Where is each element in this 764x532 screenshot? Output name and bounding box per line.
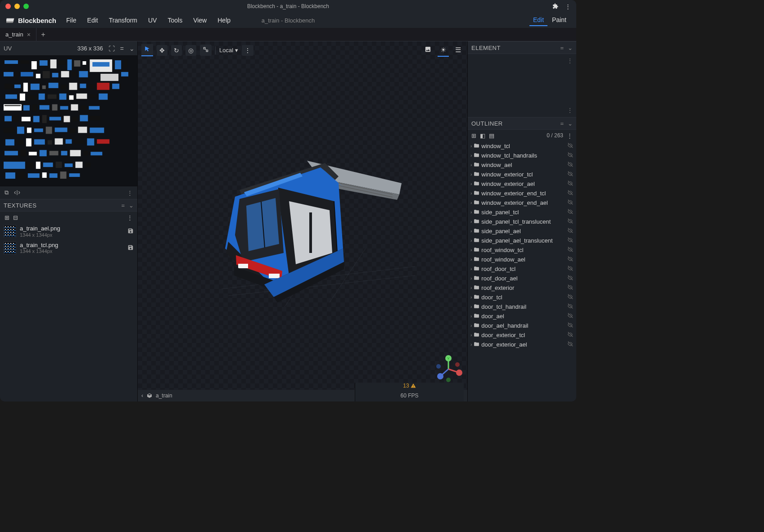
chevron-right-icon[interactable]: ›	[470, 295, 472, 300]
visibility-toggle-icon[interactable]	[567, 331, 574, 339]
element-collapse-icon[interactable]: ⌄	[568, 45, 573, 51]
outliner-item[interactable]: ›side_panel_tcl	[468, 207, 576, 217]
outliner-item[interactable]: ›roof_door_ael	[468, 274, 576, 283]
outliner-item[interactable]: ›window_exterior_end_tcl	[468, 189, 576, 198]
menu-file[interactable]: File	[62, 15, 81, 26]
chevron-right-icon[interactable]: ›	[470, 248, 472, 252]
textures-panel-header[interactable]: TEXTURES = ⌄	[0, 199, 137, 212]
chevron-right-icon[interactable]: ›	[470, 238, 472, 243]
visibility-toggle-icon[interactable]	[567, 180, 574, 188]
chevron-right-icon[interactable]: ›	[470, 342, 472, 347]
close-tab-button[interactable]: ×	[27, 31, 31, 38]
visibility-toggle-icon[interactable]	[567, 341, 574, 348]
visibility-toggle-icon[interactable]	[567, 293, 574, 301]
outliner-item[interactable]: ›window_exterior_tcl	[468, 170, 576, 179]
outliner-sort-button[interactable]: ▤	[489, 132, 494, 139]
uv-fullscreen-icon[interactable]: ⛶	[106, 43, 118, 54]
save-texture-icon[interactable]	[127, 228, 134, 235]
visibility-toggle-icon[interactable]	[567, 275, 574, 282]
visibility-toggle-icon[interactable]	[567, 284, 574, 292]
outliner-item[interactable]: ›window_tcl	[468, 141, 576, 151]
shading-icon[interactable]: ☀	[438, 44, 449, 57]
outliner-item[interactable]: ›door_ael	[468, 311, 576, 321]
visibility-toggle-icon[interactable]	[567, 142, 574, 150]
viewport-more-icon[interactable]: ⋮	[242, 45, 253, 56]
close-window-button[interactable]	[5, 4, 11, 9]
rotate-tool-icon[interactable]: ↻	[171, 45, 182, 56]
new-tab-button[interactable]: +	[36, 28, 50, 41]
chevron-right-icon[interactable]: ›	[470, 276, 472, 281]
status-prev-icon[interactable]: ‹	[141, 392, 143, 399]
view-menu-icon[interactable]: ☰	[452, 44, 464, 57]
visibility-toggle-icon[interactable]	[567, 208, 574, 216]
transform-space-dropdown[interactable]: Local ▾	[219, 47, 238, 54]
chevron-right-icon[interactable]: ›	[470, 153, 472, 158]
visibility-toggle-icon[interactable]	[567, 322, 574, 329]
chevron-right-icon[interactable]: ›	[470, 304, 472, 309]
outliner-item[interactable]: ›door_ael_handrail	[468, 321, 576, 330]
chevron-right-icon[interactable]: ›	[470, 323, 472, 328]
screenshot-icon[interactable]	[422, 44, 434, 57]
menu-uv[interactable]: UV	[144, 15, 161, 26]
chevron-right-icon[interactable]: ›	[470, 229, 472, 234]
chevron-right-icon[interactable]: ›	[470, 285, 472, 290]
outliner-item[interactable]: ›side_panel_tcl_translucent	[468, 217, 576, 226]
visibility-toggle-icon[interactable]	[567, 246, 574, 254]
texture-item[interactable]: a_train_tcl.png 1344 x 1344px	[0, 240, 137, 257]
visibility-toggle-icon[interactable]	[567, 312, 574, 320]
visibility-toggle-icon[interactable]	[567, 161, 574, 169]
outliner-item[interactable]: ›door_tcl	[468, 293, 576, 302]
add-texture-folder-button[interactable]: ⊟	[13, 214, 18, 221]
add-group-button[interactable]: ◧	[480, 132, 485, 139]
chevron-right-icon[interactable]: ›	[470, 162, 472, 167]
menu-edit[interactable]: Edit	[83, 15, 103, 26]
visibility-toggle-icon[interactable]	[567, 152, 574, 159]
uv-resolution[interactable]: 336 x 336	[75, 45, 106, 52]
visibility-toggle-icon[interactable]	[567, 303, 574, 311]
move-tool-icon[interactable]: ✥	[157, 45, 167, 56]
orientation-gizmo[interactable]: Y	[434, 355, 463, 383]
outliner-item[interactable]: ›door_exterior_tcl	[468, 330, 576, 340]
chevron-right-icon[interactable]: ›	[470, 191, 472, 196]
outliner-item[interactable]: ›door_tcl_handrail	[468, 302, 576, 311]
element-more-icon-2[interactable]: ⋮	[567, 107, 573, 113]
visibility-toggle-icon[interactable]	[567, 189, 574, 197]
visibility-toggle-icon[interactable]	[567, 218, 574, 225]
chevron-right-icon[interactable]: ›	[470, 333, 472, 338]
mode-edit-tab[interactable]: Edit	[529, 14, 547, 26]
outliner-item[interactable]: ›door_exterior_ael	[468, 340, 576, 349]
element-options-icon[interactable]: =	[560, 45, 564, 51]
textures-collapse-icon[interactable]: ⌄	[129, 202, 134, 209]
visibility-toggle-icon[interactable]	[567, 171, 574, 178]
chevron-right-icon[interactable]: ›	[470, 266, 472, 271]
uv-options-icon[interactable]: =	[118, 43, 127, 54]
status-warnings[interactable]: 13	[403, 383, 416, 389]
chevron-right-icon[interactable]: ›	[470, 172, 472, 177]
outliner-item[interactable]: ›window_exterior_end_ael	[468, 198, 576, 207]
add-cube-button[interactable]: ⊞	[471, 132, 476, 139]
outliner-item[interactable]: ›roof_window_tcl	[468, 245, 576, 255]
outliner-collapse-icon[interactable]: ⌄	[568, 120, 573, 127]
outliner-panel-header[interactable]: OUTLINER = ⌄	[468, 117, 576, 130]
more-icon[interactable]: ⋮	[565, 3, 571, 10]
visibility-toggle-icon[interactable]	[567, 237, 574, 244]
plugins-icon[interactable]	[552, 3, 559, 10]
chevron-right-icon[interactable]: ›	[470, 219, 472, 224]
chevron-right-icon[interactable]: ›	[470, 144, 472, 149]
save-texture-icon[interactable]	[127, 244, 134, 252]
outliner-options-icon[interactable]: =	[560, 120, 564, 127]
chevron-right-icon[interactable]: ›	[470, 210, 472, 215]
uv-collapse-icon[interactable]: ⌄	[127, 43, 137, 54]
project-tab[interactable]: a_train ×	[0, 28, 36, 41]
menu-transform[interactable]: Transform	[104, 15, 142, 26]
minimize-window-button[interactable]	[14, 4, 20, 9]
maximize-window-button[interactable]	[23, 4, 29, 9]
chevron-right-icon[interactable]: ›	[470, 181, 472, 186]
uv-link-more-icon[interactable]: ⋮	[127, 189, 133, 196]
menu-view[interactable]: View	[189, 15, 211, 26]
mode-paint-tab[interactable]: Paint	[548, 14, 570, 26]
visibility-toggle-icon[interactable]	[567, 265, 574, 273]
menu-help[interactable]: Help	[213, 15, 235, 26]
outliner-item[interactable]: ›window_tcl_handrails	[468, 151, 576, 160]
mirror-icon[interactable]	[14, 189, 20, 196]
